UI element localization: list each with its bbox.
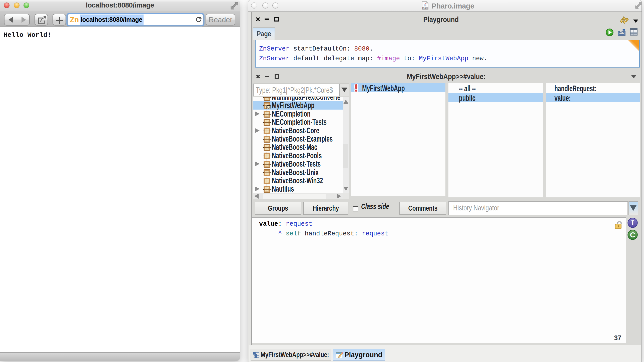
svg-text:C: C — [630, 231, 635, 239]
svg-text:image: image — [422, 7, 428, 9]
svg-text:I: I — [631, 218, 634, 227]
